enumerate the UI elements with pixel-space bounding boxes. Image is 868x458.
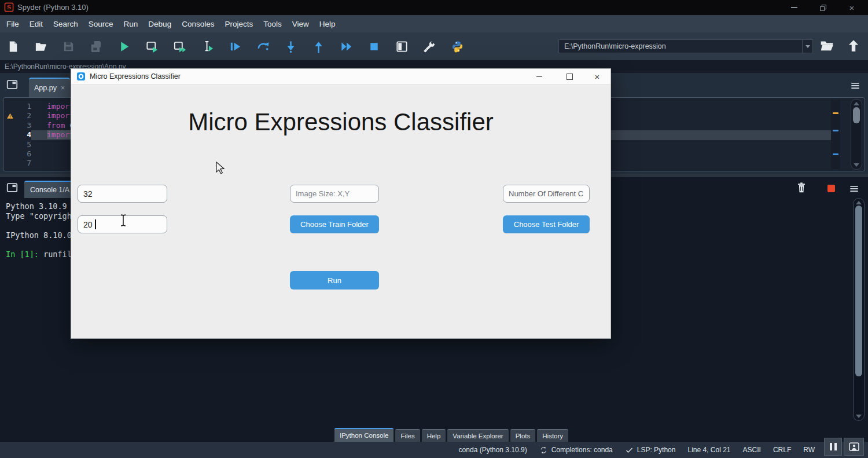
warning-icon — [3, 111, 16, 120]
console-line: IPython 8.10.0 — [6, 230, 76, 240]
console-line — [6, 240, 76, 250]
mouse-cursor-icon — [215, 162, 225, 175]
debug-file-icon[interactable] — [228, 39, 242, 53]
spyder-window: S Spyder (Python 3.10) × FileEditSearchS… — [0, 0, 868, 458]
status-conda-python-3-10-9-: conda (Python 3.10.9) — [459, 446, 527, 454]
presenter-button[interactable] — [844, 438, 864, 456]
console-line: In [1]: runfile — [6, 250, 76, 259]
remove-variables-icon[interactable] — [795, 181, 808, 195]
console-options-menu-icon[interactable] — [848, 183, 860, 195]
tab-close-icon[interactable]: × — [61, 84, 65, 92]
menu-tools[interactable]: Tools — [258, 15, 287, 32]
menu-search[interactable]: Search — [48, 15, 83, 32]
gutter-spacer — [3, 149, 16, 159]
editor-options-menu-icon[interactable] — [849, 80, 861, 91]
working-directory-select[interactable]: E:\PythonRun\micro-expression — [558, 39, 813, 53]
check-icon — [625, 446, 634, 455]
menu-edit[interactable]: Edit — [24, 15, 48, 32]
dialog-minimize-button[interactable] — [531, 69, 548, 85]
line-number: 3 — [16, 121, 31, 130]
change-marker — [833, 153, 838, 155]
menu-source[interactable]: Source — [83, 15, 119, 32]
tab-console-1a[interactable]: Console 1/A — [24, 181, 75, 198]
continue-icon[interactable] — [339, 39, 353, 53]
line-number: 2 — [16, 111, 31, 120]
tab-app-py[interactable]: App.py × — [29, 78, 70, 97]
dialog-app-icon — [76, 72, 86, 81]
editor-scrollbar[interactable] — [851, 99, 862, 170]
gutter-spacer — [3, 140, 16, 149]
save-all-icon[interactable] — [89, 39, 103, 53]
window-close-button[interactable]: × — [840, 0, 863, 15]
pane-tab-history[interactable]: History — [537, 429, 568, 442]
status-bar: conda (Python 3.10.9)Completions: condaL… — [0, 442, 868, 458]
maximize-pane-icon[interactable] — [395, 39, 409, 53]
batch-size-field[interactable] — [78, 185, 167, 203]
console-line: Type "copyright — [6, 211, 76, 221]
status-crlf: CRLF — [773, 446, 791, 454]
run-file-icon[interactable] — [117, 39, 131, 53]
python-env-icon[interactable] — [450, 39, 464, 53]
stop-icon[interactable] — [367, 39, 381, 53]
console-output[interactable]: Python 3.10.9 |Type "copyright IPython 8… — [6, 201, 76, 259]
new-file-icon[interactable] — [6, 39, 20, 53]
pane-tab-ipython-console[interactable]: IPython Console — [334, 428, 393, 442]
scroll-up-icon[interactable] — [854, 102, 859, 105]
menu-debug[interactable]: Debug — [143, 15, 176, 32]
dialog-maximize-button[interactable] — [561, 69, 578, 85]
step-out-icon[interactable] — [311, 39, 325, 53]
save-icon[interactable] — [61, 39, 75, 53]
status-rw: RW — [803, 446, 815, 454]
choose-train-folder-button[interactable]: Choose Train Folder — [290, 215, 379, 233]
open-file-icon[interactable] — [34, 39, 47, 53]
scrollbar-thumb[interactable] — [855, 206, 862, 376]
menu-projects[interactable]: Projects — [219, 15, 258, 32]
run-selection-icon[interactable] — [200, 39, 214, 53]
menu-bar: FileEditSearchSourceRunDebugConsolesProj… — [0, 15, 868, 32]
parent-directory-button[interactable] — [846, 38, 861, 53]
menu-consoles[interactable]: Consoles — [176, 15, 219, 32]
choose-test-folder-button[interactable]: Choose Test Folder — [503, 215, 590, 233]
pane-tab-files[interactable]: Files — [395, 429, 420, 442]
scroll-down-icon[interactable] — [856, 415, 862, 418]
pane-tab-bar: IPython ConsoleFilesHelpVariable Explore… — [0, 427, 868, 442]
line-number: 1 — [16, 102, 31, 111]
num-classes-field[interactable] — [503, 185, 590, 203]
console-scrollbar[interactable] — [853, 198, 865, 421]
pane-tabs: IPython ConsoleFilesHelpVariable Explore… — [334, 428, 568, 442]
pane-tab-plots[interactable]: Plots — [510, 429, 536, 442]
menu-run[interactable]: Run — [119, 15, 144, 32]
run-cell-advance-icon[interactable] — [172, 39, 186, 53]
scroll-up-icon[interactable] — [856, 201, 862, 204]
pause-icon — [830, 443, 832, 450]
run-button[interactable]: Run — [290, 271, 379, 290]
interrupt-kernel-icon[interactable] — [827, 185, 835, 192]
dialog-close-button[interactable]: × — [589, 69, 606, 85]
image-size-field[interactable] — [290, 185, 379, 203]
browse-tabs-icon[interactable] — [6, 181, 19, 194]
pause-button[interactable] — [824, 438, 842, 456]
completions-icon — [539, 446, 548, 455]
gutter-spacer — [3, 130, 16, 140]
browse-directory-button[interactable] — [819, 38, 834, 53]
pane-tab-variable-explorer[interactable]: Variable Explorer — [447, 429, 508, 442]
chevron-down-icon[interactable] — [802, 40, 812, 53]
pane-tab-help[interactable]: Help — [422, 429, 446, 442]
status-completions-conda: Completions: conda — [539, 446, 613, 455]
warning-marker — [833, 112, 838, 114]
step-over-icon[interactable] — [256, 39, 270, 53]
step-into-icon[interactable] — [284, 39, 297, 53]
run-cell-icon[interactable] — [145, 39, 159, 53]
dialog-titlebar[interactable]: Micro Expressions Classifier × — [71, 69, 610, 85]
window-restore-button[interactable] — [811, 0, 834, 15]
tab-label: Console 1/A — [30, 186, 69, 194]
spyder-logo-icon: S — [4, 2, 14, 12]
menu-file[interactable]: File — [1, 15, 24, 32]
menu-view[interactable]: View — [287, 15, 314, 32]
browse-tabs-icon[interactable] — [6, 78, 19, 91]
scrollbar-thumb[interactable] — [853, 107, 860, 123]
window-minimize-button[interactable] — [782, 0, 806, 15]
menu-help[interactable]: Help — [314, 15, 341, 32]
scroll-down-icon[interactable] — [854, 163, 859, 167]
preferences-icon[interactable] — [422, 39, 436, 53]
